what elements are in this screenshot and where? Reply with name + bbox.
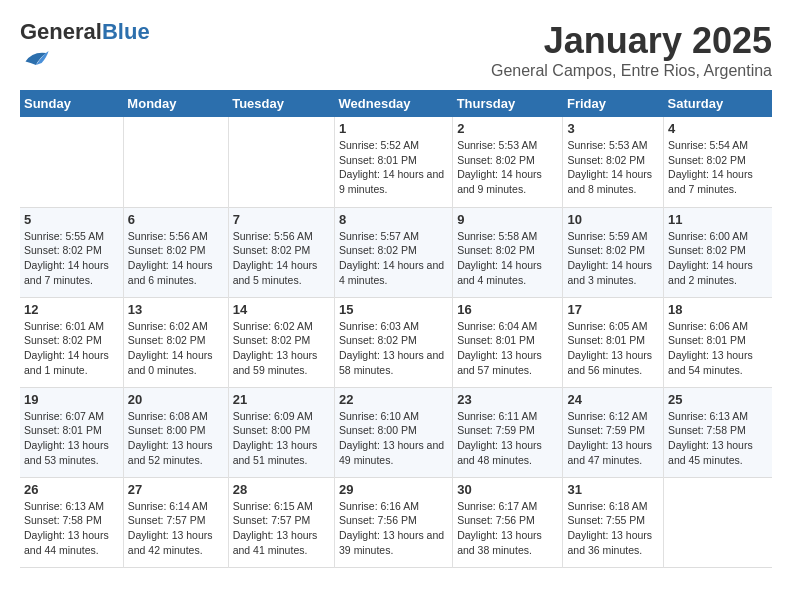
- main-title: January 2025: [491, 20, 772, 62]
- day-of-week-monday: Monday: [123, 90, 228, 117]
- calendar-cell: 2Sunrise: 5:53 AMSunset: 8:02 PMDaylight…: [453, 117, 563, 207]
- calendar-cell: 26Sunrise: 6:13 AMSunset: 7:58 PMDayligh…: [20, 477, 123, 567]
- day-info: Sunrise: 6:12 AMSunset: 7:59 PMDaylight:…: [567, 409, 659, 468]
- day-number: 28: [233, 482, 330, 497]
- day-number: 16: [457, 302, 558, 317]
- day-info: Sunrise: 5:56 AMSunset: 8:02 PMDaylight:…: [128, 229, 224, 288]
- calendar-cell: 25Sunrise: 6:13 AMSunset: 7:58 PMDayligh…: [664, 387, 772, 477]
- day-number: 31: [567, 482, 659, 497]
- calendar-cell: 27Sunrise: 6:14 AMSunset: 7:57 PMDayligh…: [123, 477, 228, 567]
- sub-title: General Campos, Entre Rios, Argentina: [491, 62, 772, 80]
- day-info: Sunrise: 6:01 AMSunset: 8:02 PMDaylight:…: [24, 319, 119, 378]
- day-number: 26: [24, 482, 119, 497]
- calendar-week-3: 12Sunrise: 6:01 AMSunset: 8:02 PMDayligh…: [20, 297, 772, 387]
- calendar-cell: 30Sunrise: 6:17 AMSunset: 7:56 PMDayligh…: [453, 477, 563, 567]
- day-number: 19: [24, 392, 119, 407]
- calendar-cell: 13Sunrise: 6:02 AMSunset: 8:02 PMDayligh…: [123, 297, 228, 387]
- day-info: Sunrise: 5:55 AMSunset: 8:02 PMDaylight:…: [24, 229, 119, 288]
- day-info: Sunrise: 5:56 AMSunset: 8:02 PMDaylight:…: [233, 229, 330, 288]
- day-number: 10: [567, 212, 659, 227]
- calendar-table: SundayMondayTuesdayWednesdayThursdayFrid…: [20, 90, 772, 568]
- day-number: 15: [339, 302, 448, 317]
- day-info: Sunrise: 6:00 AMSunset: 8:02 PMDaylight:…: [668, 229, 768, 288]
- logo-blue-text: Blue: [102, 19, 150, 44]
- day-info: Sunrise: 6:15 AMSunset: 7:57 PMDaylight:…: [233, 499, 330, 558]
- calendar-week-5: 26Sunrise: 6:13 AMSunset: 7:58 PMDayligh…: [20, 477, 772, 567]
- day-info: Sunrise: 6:03 AMSunset: 8:02 PMDaylight:…: [339, 319, 448, 378]
- day-of-week-saturday: Saturday: [664, 90, 772, 117]
- day-of-week-thursday: Thursday: [453, 90, 563, 117]
- day-info: Sunrise: 5:57 AMSunset: 8:02 PMDaylight:…: [339, 229, 448, 288]
- day-info: Sunrise: 5:59 AMSunset: 8:02 PMDaylight:…: [567, 229, 659, 288]
- logo-general-text: General: [20, 19, 102, 44]
- day-info: Sunrise: 6:04 AMSunset: 8:01 PMDaylight:…: [457, 319, 558, 378]
- day-info: Sunrise: 6:10 AMSunset: 8:00 PMDaylight:…: [339, 409, 448, 468]
- day-info: Sunrise: 6:18 AMSunset: 7:55 PMDaylight:…: [567, 499, 659, 558]
- day-of-week-friday: Friday: [563, 90, 664, 117]
- day-of-week-wednesday: Wednesday: [335, 90, 453, 117]
- day-info: Sunrise: 5:53 AMSunset: 8:02 PMDaylight:…: [567, 138, 659, 197]
- calendar-week-2: 5Sunrise: 5:55 AMSunset: 8:02 PMDaylight…: [20, 207, 772, 297]
- day-info: Sunrise: 6:05 AMSunset: 8:01 PMDaylight:…: [567, 319, 659, 378]
- day-info: Sunrise: 6:17 AMSunset: 7:56 PMDaylight:…: [457, 499, 558, 558]
- day-info: Sunrise: 5:52 AMSunset: 8:01 PMDaylight:…: [339, 138, 448, 197]
- logo: GeneralBlue: [20, 20, 150, 76]
- day-info: Sunrise: 6:11 AMSunset: 7:59 PMDaylight:…: [457, 409, 558, 468]
- day-number: 14: [233, 302, 330, 317]
- calendar-cell: 21Sunrise: 6:09 AMSunset: 8:00 PMDayligh…: [228, 387, 334, 477]
- calendar-cell: 12Sunrise: 6:01 AMSunset: 8:02 PMDayligh…: [20, 297, 123, 387]
- calendar-cell: 28Sunrise: 6:15 AMSunset: 7:57 PMDayligh…: [228, 477, 334, 567]
- day-info: Sunrise: 6:13 AMSunset: 7:58 PMDaylight:…: [24, 499, 119, 558]
- calendar-cell: 3Sunrise: 5:53 AMSunset: 8:02 PMDaylight…: [563, 117, 664, 207]
- days-of-week-row: SundayMondayTuesdayWednesdayThursdayFrid…: [20, 90, 772, 117]
- day-number: 21: [233, 392, 330, 407]
- day-number: 29: [339, 482, 448, 497]
- calendar-cell: 17Sunrise: 6:05 AMSunset: 8:01 PMDayligh…: [563, 297, 664, 387]
- day-number: 5: [24, 212, 119, 227]
- day-info: Sunrise: 6:07 AMSunset: 8:01 PMDaylight:…: [24, 409, 119, 468]
- day-info: Sunrise: 5:58 AMSunset: 8:02 PMDaylight:…: [457, 229, 558, 288]
- calendar-cell: 10Sunrise: 5:59 AMSunset: 8:02 PMDayligh…: [563, 207, 664, 297]
- calendar-cell: 29Sunrise: 6:16 AMSunset: 7:56 PMDayligh…: [335, 477, 453, 567]
- day-number: 6: [128, 212, 224, 227]
- day-of-week-sunday: Sunday: [20, 90, 123, 117]
- calendar-cell: 20Sunrise: 6:08 AMSunset: 8:00 PMDayligh…: [123, 387, 228, 477]
- calendar-cell: 16Sunrise: 6:04 AMSunset: 8:01 PMDayligh…: [453, 297, 563, 387]
- day-number: 25: [668, 392, 768, 407]
- day-number: 12: [24, 302, 119, 317]
- calendar-cell: 31Sunrise: 6:18 AMSunset: 7:55 PMDayligh…: [563, 477, 664, 567]
- calendar-cell: 18Sunrise: 6:06 AMSunset: 8:01 PMDayligh…: [664, 297, 772, 387]
- day-number: 4: [668, 121, 768, 136]
- calendar-cell: 9Sunrise: 5:58 AMSunset: 8:02 PMDaylight…: [453, 207, 563, 297]
- calendar-cell: 15Sunrise: 6:03 AMSunset: 8:02 PMDayligh…: [335, 297, 453, 387]
- day-number: 22: [339, 392, 448, 407]
- day-number: 27: [128, 482, 224, 497]
- calendar-week-1: 1Sunrise: 5:52 AMSunset: 8:01 PMDaylight…: [20, 117, 772, 207]
- calendar-header: SundayMondayTuesdayWednesdayThursdayFrid…: [20, 90, 772, 117]
- calendar-body: 1Sunrise: 5:52 AMSunset: 8:01 PMDaylight…: [20, 117, 772, 567]
- day-info: Sunrise: 6:13 AMSunset: 7:58 PMDaylight:…: [668, 409, 768, 468]
- calendar-week-4: 19Sunrise: 6:07 AMSunset: 8:01 PMDayligh…: [20, 387, 772, 477]
- day-info: Sunrise: 6:08 AMSunset: 8:00 PMDaylight:…: [128, 409, 224, 468]
- calendar-cell: 14Sunrise: 6:02 AMSunset: 8:02 PMDayligh…: [228, 297, 334, 387]
- calendar-cell: 7Sunrise: 5:56 AMSunset: 8:02 PMDaylight…: [228, 207, 334, 297]
- day-number: 3: [567, 121, 659, 136]
- calendar-cell: 8Sunrise: 5:57 AMSunset: 8:02 PMDaylight…: [335, 207, 453, 297]
- day-number: 7: [233, 212, 330, 227]
- day-number: 9: [457, 212, 558, 227]
- calendar-cell: 19Sunrise: 6:07 AMSunset: 8:01 PMDayligh…: [20, 387, 123, 477]
- calendar-cell: 4Sunrise: 5:54 AMSunset: 8:02 PMDaylight…: [664, 117, 772, 207]
- calendar-cell: 6Sunrise: 5:56 AMSunset: 8:02 PMDaylight…: [123, 207, 228, 297]
- day-number: 24: [567, 392, 659, 407]
- title-block: January 2025 General Campos, Entre Rios,…: [491, 20, 772, 80]
- day-number: 17: [567, 302, 659, 317]
- day-number: 8: [339, 212, 448, 227]
- calendar-cell: [20, 117, 123, 207]
- calendar-cell: 11Sunrise: 6:00 AMSunset: 8:02 PMDayligh…: [664, 207, 772, 297]
- day-number: 2: [457, 121, 558, 136]
- day-number: 18: [668, 302, 768, 317]
- logo-bird-icon: [22, 44, 50, 72]
- day-info: Sunrise: 6:09 AMSunset: 8:00 PMDaylight:…: [233, 409, 330, 468]
- calendar-cell: 5Sunrise: 5:55 AMSunset: 8:02 PMDaylight…: [20, 207, 123, 297]
- day-info: Sunrise: 5:54 AMSunset: 8:02 PMDaylight:…: [668, 138, 768, 197]
